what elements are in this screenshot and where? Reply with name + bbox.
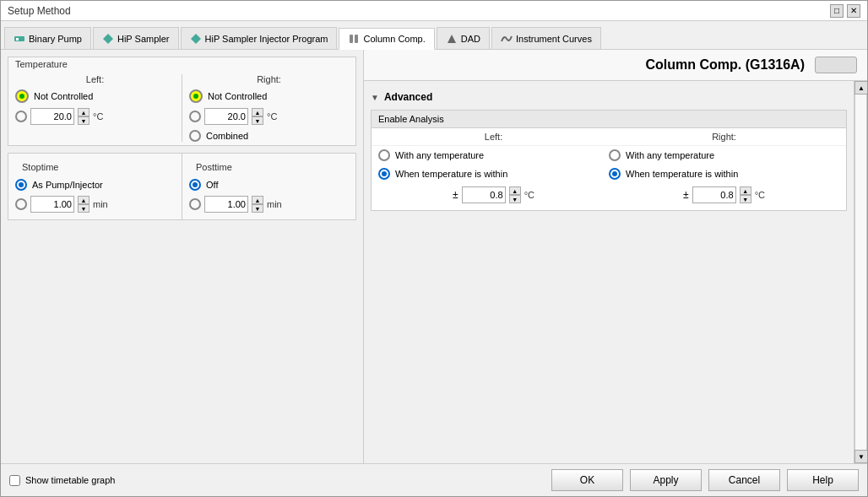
show-timetable-row: Show timetable graph bbox=[9, 475, 115, 486]
minimize-button[interactable]: □ bbox=[830, 4, 844, 18]
left-any-temp-label: With any temperature bbox=[395, 150, 484, 160]
temp-right-input[interactable] bbox=[204, 108, 248, 125]
temp-combined-row: Combined bbox=[189, 130, 248, 142]
right-within-spin-up[interactable]: ▲ bbox=[740, 186, 751, 195]
temperature-header: Temperature bbox=[8, 57, 355, 71]
stoptime-col: Stoptime As Pump/Injector ▲ ▼ bbox=[8, 154, 182, 219]
posttime-header: Posttime bbox=[189, 160, 349, 174]
right-within-spinners: ▲ ▼ bbox=[740, 186, 751, 203]
right-any-temp-label: With any temperature bbox=[626, 150, 714, 160]
left-within-input[interactable] bbox=[462, 186, 506, 203]
svg-marker-3 bbox=[191, 34, 201, 44]
left-within-spin-up[interactable]: ▲ bbox=[509, 186, 521, 195]
temp-left-spin-down[interactable]: ▼ bbox=[78, 116, 90, 125]
temperature-content: Left: Not Controlled ▲ ▼ ° bbox=[8, 71, 355, 145]
ok-button[interactable]: OK bbox=[551, 469, 623, 491]
right-within-spin-down[interactable]: ▼ bbox=[740, 195, 751, 203]
posttime-input[interactable] bbox=[204, 196, 248, 213]
temp-left-input[interactable] bbox=[30, 108, 74, 125]
time-section: Stoptime As Pump/Injector ▲ ▼ bbox=[8, 153, 356, 220]
posttime-off-radio[interactable] bbox=[189, 179, 201, 191]
help-button[interactable]: Help bbox=[787, 469, 859, 491]
right-within-input[interactable] bbox=[692, 186, 736, 203]
window-controls: □ ✕ bbox=[830, 4, 860, 18]
posttime-spin-down[interactable]: ▼ bbox=[252, 204, 263, 213]
cancel-button[interactable]: Cancel bbox=[708, 469, 780, 491]
left-within-spin-down[interactable]: ▼ bbox=[509, 195, 521, 203]
posttime-spinners: ▲ ▼ bbox=[252, 196, 263, 213]
scroll-down-button[interactable]: ▼ bbox=[854, 450, 867, 463]
scroll-track[interactable] bbox=[854, 95, 867, 450]
temp-right-spin-down[interactable]: ▼ bbox=[252, 116, 263, 125]
content-area: Temperature Left: Not Controlled bbox=[1, 50, 867, 463]
any-temp-row: With any temperature With any temperatur… bbox=[372, 146, 846, 165]
main-window: Setup Method □ ✕ Binary Pump HiP Sampler… bbox=[0, 0, 868, 497]
right-within-label: When temperature is within bbox=[626, 169, 738, 179]
temp-left-not-controlled-row: Not Controlled bbox=[15, 89, 93, 103]
within-temp-row: When temperature is within When temperat… bbox=[372, 165, 846, 183]
tab-column-comp[interactable]: Column Comp. bbox=[339, 28, 434, 50]
bottom-buttons: OK Apply Cancel Help bbox=[551, 469, 859, 491]
temp-left-value-row: ▲ ▼ °C bbox=[15, 108, 103, 125]
temp-combined-label: Combined bbox=[206, 131, 248, 141]
stoptime-header: Stoptime bbox=[15, 160, 175, 174]
temp-right-not-controlled-row: Not Controlled bbox=[189, 89, 267, 103]
advanced-header[interactable]: ▼ Advanced bbox=[371, 88, 847, 106]
temp-right-active-indicator bbox=[189, 89, 203, 103]
left-any-temp-radio[interactable] bbox=[378, 149, 390, 161]
right-within-unit: °C bbox=[755, 190, 765, 200]
left-within-radio[interactable] bbox=[378, 168, 390, 180]
show-timetable-checkbox[interactable] bbox=[9, 475, 20, 486]
tab-hip-sampler[interactable]: HiP Sampler bbox=[93, 27, 179, 49]
temp-combined-radio[interactable] bbox=[189, 130, 201, 142]
temp-right-radio[interactable] bbox=[189, 111, 201, 122]
left-within-label: When temperature is within bbox=[395, 169, 507, 179]
lr-right-label: Right: bbox=[609, 132, 839, 142]
stoptime-value-radio[interactable] bbox=[15, 198, 27, 210]
right-any-temp-cell: With any temperature bbox=[609, 149, 839, 161]
time-content: Stoptime As Pump/Injector ▲ ▼ bbox=[8, 154, 355, 219]
column-shape-icon bbox=[815, 57, 857, 73]
posttime-unit: min bbox=[267, 199, 282, 209]
tab-binary-pump[interactable]: Binary Pump bbox=[4, 27, 91, 49]
right-any-temp-radio[interactable] bbox=[609, 149, 621, 161]
instrument-curves-icon bbox=[501, 33, 513, 45]
stoptime-pump-row: As Pump/Injector bbox=[15, 179, 175, 191]
close-button[interactable]: ✕ bbox=[847, 4, 860, 18]
right-panel: Column Comp. (G1316A) ▼ Advanced Enable … bbox=[364, 50, 867, 463]
apply-button[interactable]: Apply bbox=[630, 469, 702, 491]
stoptime-pump-radio[interactable] bbox=[15, 179, 27, 191]
temp-left-not-controlled-label: Not Controlled bbox=[34, 91, 93, 101]
temp-left-radio[interactable] bbox=[15, 111, 27, 122]
hip-sampler-icon bbox=[102, 33, 114, 45]
right-scrollbar[interactable]: ▲ ▼ bbox=[854, 81, 867, 463]
tab-hip-sampler-injector[interactable]: HiP Sampler Injector Program bbox=[181, 27, 338, 49]
lr-header: Left: Right: bbox=[372, 128, 846, 146]
posttime-value-radio[interactable] bbox=[189, 198, 201, 210]
temp-left-spin-up[interactable]: ▲ bbox=[78, 108, 90, 116]
window-title: Setup Method bbox=[8, 5, 71, 17]
dad-icon bbox=[446, 33, 458, 45]
temp-right-spin-up[interactable]: ▲ bbox=[252, 108, 263, 116]
stoptime-spin-up[interactable]: ▲ bbox=[78, 196, 90, 204]
left-within-cell: When temperature is within bbox=[378, 168, 609, 180]
stoptime-spin-down[interactable]: ▼ bbox=[78, 204, 90, 213]
left-any-temp-cell: With any temperature bbox=[378, 149, 609, 161]
posttime-col: Posttime Off ▲ ▼ min bbox=[182, 154, 355, 219]
stoptime-input[interactable] bbox=[30, 196, 74, 213]
posttime-spin-up[interactable]: ▲ bbox=[252, 196, 263, 204]
bottom-bar: Show timetable graph OK Apply Cancel Hel… bbox=[1, 463, 867, 496]
tab-instrument-curves[interactable]: Instrument Curves bbox=[491, 27, 601, 49]
lr-left-label: Left: bbox=[378, 132, 609, 142]
right-within-radio[interactable] bbox=[609, 168, 621, 180]
column-comp-icon bbox=[348, 33, 360, 45]
temp-left-label: Left: bbox=[15, 74, 175, 84]
tab-dad[interactable]: DAD bbox=[437, 27, 490, 49]
temperature-section: Temperature Left: Not Controlled bbox=[8, 57, 356, 146]
scroll-up-button[interactable]: ▲ bbox=[854, 81, 867, 95]
tab-dad-label: DAD bbox=[461, 34, 480, 44]
temp-right-col: Right: Not Controlled ▲ ▼ bbox=[182, 71, 355, 145]
svg-rect-5 bbox=[355, 35, 358, 43]
posttime-off-row: Off bbox=[189, 179, 349, 191]
column-comp-title: Column Comp. (G1316A) bbox=[646, 57, 805, 73]
